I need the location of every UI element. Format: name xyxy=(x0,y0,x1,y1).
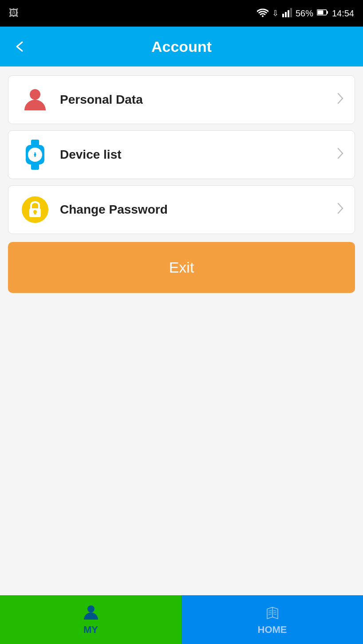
personal-data-label: Personal Data xyxy=(60,93,337,107)
page-title: Account xyxy=(151,38,212,55)
person-icon xyxy=(19,84,51,116)
svg-line-24 xyxy=(273,612,276,613)
svg-rect-8 xyxy=(31,140,39,146)
change-password-item[interactable]: Change Password xyxy=(8,185,355,234)
device-list-item[interactable]: I Device list xyxy=(8,130,355,179)
svg-rect-12 xyxy=(31,164,39,170)
svg-text:I: I xyxy=(34,152,36,158)
home-nav-label: HOME xyxy=(258,624,287,636)
svg-rect-3 xyxy=(290,8,292,17)
status-time: 14:54 xyxy=(332,8,354,19)
device-list-chevron xyxy=(337,147,344,163)
svg-line-25 xyxy=(273,614,276,615)
svg-rect-17 xyxy=(34,212,36,215)
image-icon: 🖼 xyxy=(9,8,19,19)
svg-line-23 xyxy=(273,610,276,611)
svg-line-22 xyxy=(268,614,272,615)
svg-rect-1 xyxy=(285,12,287,17)
status-bar-right: ⇩ 56% 14:54 xyxy=(257,8,354,19)
svg-rect-0 xyxy=(282,14,284,17)
svg-rect-2 xyxy=(288,10,289,17)
wifi-icon xyxy=(257,8,268,19)
download-icon: ⇩ xyxy=(272,8,279,18)
svg-point-18 xyxy=(87,605,95,613)
lock-icon xyxy=(19,194,51,226)
watch-icon: I xyxy=(19,139,51,171)
main-content: Personal Data I Device xyxy=(0,66,363,644)
bottom-navigation: MY HOME xyxy=(0,595,363,644)
signal-icon xyxy=(282,8,292,19)
personal-data-chevron xyxy=(337,92,344,108)
my-nav-label: MY xyxy=(83,624,98,636)
status-bar-left: 🖼 xyxy=(9,8,253,19)
back-button[interactable] xyxy=(9,38,31,55)
home-book-icon xyxy=(264,604,281,621)
device-list-label: Device list xyxy=(60,148,337,162)
svg-point-7 xyxy=(30,89,40,100)
svg-line-20 xyxy=(268,610,272,611)
svg-rect-6 xyxy=(317,11,323,15)
svg-rect-5 xyxy=(327,11,328,14)
status-bar: 🖼 ⇩ 56% xyxy=(0,0,363,27)
svg-line-21 xyxy=(268,612,272,613)
home-nav-item[interactable]: HOME xyxy=(182,595,363,644)
header: Account xyxy=(0,27,363,66)
change-password-chevron xyxy=(337,202,344,218)
my-nav-item[interactable]: MY xyxy=(0,595,182,644)
change-password-label: Change Password xyxy=(60,203,337,217)
battery-percentage: 56% xyxy=(296,8,313,19)
exit-label: Exit xyxy=(169,259,194,276)
my-person-icon xyxy=(82,604,100,621)
exit-button[interactable]: Exit xyxy=(8,242,355,293)
personal-data-item[interactable]: Personal Data xyxy=(8,75,355,124)
battery-icon xyxy=(317,9,328,18)
